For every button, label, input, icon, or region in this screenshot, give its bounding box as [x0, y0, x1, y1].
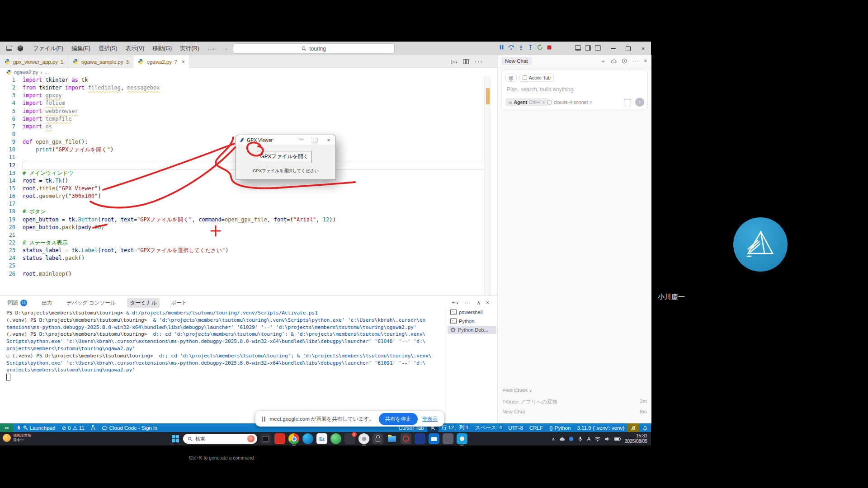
taskbar-app-green[interactable]	[330, 433, 341, 444]
menu-run[interactable]: 実行(R)	[176, 43, 203, 54]
taskbar-app-meet[interactable]	[359, 433, 369, 444]
code-line[interactable]: 17	[0, 200, 491, 208]
breadcrumb[interactable]: ogawa2.py › …	[0, 68, 504, 76]
tray-blue-icon[interactable]	[569, 437, 573, 441]
panel-tab-problems[interactable]: 問題 11	[5, 298, 30, 308]
code-line[interactable]: 22# ステータス表示	[0, 239, 491, 247]
taskbar-search[interactable]: 検索	[183, 434, 257, 444]
customize-layout-icon[interactable]	[595, 45, 601, 51]
code-line[interactable]: 23status_label = tk.Label(root, text="GP…	[0, 247, 491, 254]
panel-tab-terminal[interactable]: ターミナル	[127, 298, 160, 308]
mic-icon[interactable]	[577, 436, 583, 442]
code-line[interactable]: 25	[0, 262, 491, 270]
code-line[interactable]: 1import tkinter as tk	[0, 76, 491, 84]
minimize-button[interactable]	[606, 42, 621, 55]
toggle-secondary-sidebar-icon[interactable]	[585, 45, 591, 51]
taskbar-app-notifications[interactable]: 6	[344, 433, 355, 444]
indentation[interactable]: スペース: 4	[472, 423, 505, 432]
editor-scrollbar[interactable]	[484, 76, 491, 296]
maximize-icon[interactable]	[308, 135, 322, 145]
taskbar-app-lock[interactable]	[373, 433, 383, 444]
stop-sharing-button[interactable]: 共有を停止	[379, 413, 418, 425]
past-chat-item[interactable]: TKinter アプリへの変換 3m	[502, 397, 647, 407]
gpx-viewer-window[interactable]: GPX Viewer × GPXファイルを開く GPXファイルを選択してください	[236, 135, 336, 180]
tab-ogawa2[interactable]: ogawa2.py 7 ×	[133, 55, 189, 68]
code-line[interactable]: 15root.title("GPX Viewer")	[0, 185, 491, 192]
taskbar-app-paint[interactable]	[457, 433, 467, 444]
toggle-panel-icon[interactable]	[575, 45, 581, 51]
nav-back-icon[interactable]: ←	[211, 44, 219, 52]
code-line[interactable]: 4import folium	[0, 99, 491, 107]
command-center-search[interactable]: touring	[233, 43, 395, 54]
taskbar-app-explorer[interactable]	[387, 433, 397, 444]
panel-tab-output[interactable]: 出力	[38, 298, 55, 308]
cloud-icon[interactable]	[611, 59, 617, 63]
terminal-item-powershell[interactable]: >_ powershell	[448, 308, 496, 316]
hidden-icons-chevron[interactable]: ∧	[552, 436, 555, 441]
history-icon[interactable]	[622, 58, 627, 64]
past-chat-item[interactable]: New Chat 8m	[502, 407, 647, 416]
code-line[interactable]: 18# ボタン	[0, 208, 491, 216]
new-chat-icon[interactable]: ＋	[600, 57, 606, 65]
cloud-code-item[interactable]: Cloud Code - Sign in	[99, 423, 160, 432]
model-selector[interactable]: claude-4-sonnet ∨	[547, 99, 592, 105]
more-icon[interactable]: ···	[464, 300, 471, 306]
code-line[interactable]: 7import os	[0, 123, 491, 131]
ime-indicator[interactable]: A	[587, 436, 590, 441]
taskbar-app-red[interactable]	[274, 433, 285, 444]
debug-stop-icon[interactable]	[547, 45, 552, 50]
minimize-icon[interactable]	[295, 135, 308, 145]
gpx-viewer-titlebar[interactable]: GPX Viewer ×	[236, 135, 335, 145]
problems-summary[interactable]: ⊘0 ⚠11	[58, 423, 87, 432]
speaker-icon[interactable]	[605, 436, 610, 441]
language-mode[interactable]: {} Python	[546, 423, 574, 432]
taskbar-app-ez[interactable]: Ez	[316, 433, 327, 444]
menu-file[interactable]: ファイル(F)	[29, 43, 67, 54]
debug-step-out-icon[interactable]	[528, 44, 533, 50]
wifi-icon[interactable]	[594, 436, 601, 441]
code-line[interactable]: 5import webbrowser	[0, 108, 491, 115]
code-line[interactable]: 19open_button = tk.Button(root, text="GP…	[0, 216, 491, 224]
tab-ogawa-sample[interactable]: ogawa_sample.py 3	[68, 55, 134, 68]
terminal-output[interactable]: PS D:\projects\members\tsutomu\touring> …	[6, 310, 439, 407]
tab-close-icon[interactable]: ×	[182, 59, 185, 65]
run-python-file-icon[interactable]: ▷∨	[451, 59, 458, 65]
taskbar-app-gray[interactable]	[443, 433, 453, 444]
panel-tab-ports[interactable]: ポート	[168, 298, 190, 308]
taskbar-app-terminal[interactable]	[260, 433, 271, 444]
taskbar-weather-widget[interactable]: 強風注意報 発令中	[3, 433, 31, 442]
debug-step-over-icon[interactable]	[508, 44, 514, 50]
python-interpreter[interactable]: 3.11.9 ('.venv': venv)	[574, 423, 627, 432]
taskbar-app-edge[interactable]	[302, 433, 313, 444]
past-chats-header[interactable]: Past Chats ∨	[502, 388, 647, 393]
taskbar-app-navy[interactable]	[415, 433, 425, 444]
chat-input[interactable]: @ Active Tab Plan, search, build anythin…	[501, 70, 648, 110]
close-panel-icon[interactable]: ×	[486, 300, 489, 306]
code-line[interactable]: 6import tempfile	[0, 115, 491, 123]
eol-sequence[interactable]: CRLF	[526, 423, 546, 432]
close-icon[interactable]: ×	[322, 135, 335, 145]
menu-go[interactable]: 移動(G)	[149, 43, 175, 54]
maximize-button[interactable]	[621, 42, 636, 55]
pause-share-icon[interactable]	[262, 417, 265, 422]
debug-restart-icon[interactable]	[537, 44, 543, 50]
new-terminal-icon[interactable]: ＋∨	[451, 299, 459, 306]
more-icon[interactable]: ···	[632, 58, 639, 64]
code-line[interactable]: 20open_button.pack(pady=20)	[0, 224, 491, 231]
mention-chip[interactable]: @	[505, 74, 517, 82]
code-line[interactable]: 2from tkinter import filedialog, message…	[0, 84, 491, 92]
start-button-icon[interactable]	[171, 434, 180, 443]
chat-tab-title[interactable]: New Chat	[501, 57, 532, 65]
close-chat-icon[interactable]: ×	[644, 58, 647, 64]
launchpad-item[interactable]: Launchpad	[13, 423, 59, 432]
code-line[interactable]: 24status_label.pack()	[0, 254, 491, 262]
panel-tab-debug-console[interactable]: デバッグ コンソール	[63, 298, 119, 308]
remote-indicator[interactable]: ><	[0, 423, 13, 432]
active-tab-chip[interactable]: Active Tab	[519, 74, 554, 82]
close-button[interactable]: ×	[636, 42, 651, 55]
code-editor[interactable]: 1import tkinter as tk2from tkinter impor…	[0, 76, 491, 296]
taskbar-clock[interactable]: 15:31 2025/08/05	[625, 433, 647, 444]
maximize-panel-icon[interactable]: ∧	[476, 300, 481, 306]
code-line[interactable]: 26root.mainloop()	[0, 270, 491, 278]
send-button[interactable]: ↑	[635, 98, 644, 107]
